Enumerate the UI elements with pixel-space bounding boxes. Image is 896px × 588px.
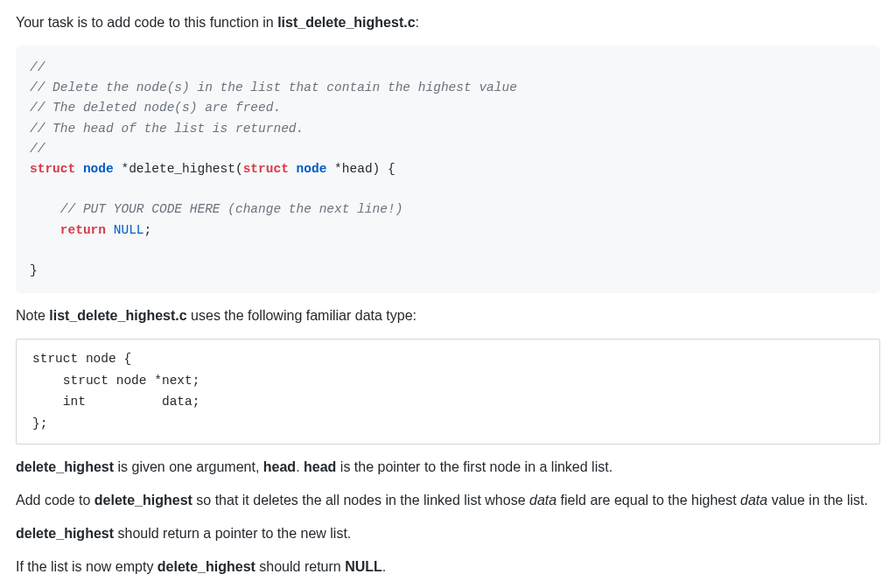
- note-suffix: uses the following familiar data type:: [187, 308, 416, 323]
- term-data: data: [529, 493, 556, 508]
- code-close-brace: }: [30, 263, 38, 277]
- code-comment: // The head of the list is returned.: [30, 122, 304, 136]
- code-constant-null: NULL: [114, 223, 144, 237]
- paragraph-arg: delete_highest is given one argument, he…: [16, 457, 880, 478]
- text: should return: [256, 559, 345, 574]
- text: Add code to: [16, 493, 94, 508]
- term-delete-highest: delete_highest: [158, 559, 256, 574]
- text: should return a pointer to the new list.: [114, 526, 351, 541]
- code-space: [106, 223, 114, 237]
- code-comment: //: [30, 142, 45, 156]
- note-paragraph: Note list_delete_highest.c uses the foll…: [16, 305, 880, 326]
- term-delete-highest: delete_highest: [16, 526, 114, 541]
- term-data: data: [740, 493, 767, 508]
- code-semicolon: ;: [144, 223, 152, 237]
- intro-suffix: :: [416, 15, 419, 30]
- text: field are equal to the highest: [556, 493, 740, 508]
- code-keyword-struct: struct: [243, 162, 289, 176]
- code-text: *delete_highest(: [114, 162, 243, 176]
- paragraph-return: delete_highest should return a pointer t…: [16, 523, 880, 544]
- code-comment: //: [30, 60, 45, 74]
- code-block-function: // // Delete the node(s) in the list tha…: [16, 46, 880, 293]
- text: is given one argument,: [114, 459, 263, 474]
- note-filename: list_delete_highest.c: [49, 308, 186, 323]
- code-keyword-struct: struct: [30, 162, 75, 176]
- text: .: [382, 559, 386, 574]
- code-comment: // PUT YOUR CODE HERE (change the next l…: [30, 202, 402, 216]
- text: is the pointer to the first node in a li…: [336, 459, 612, 474]
- document-root: Your task is to add code to this functio…: [0, 0, 896, 588]
- code-type-node: node: [83, 162, 114, 176]
- term-delete-highest: delete_highest: [16, 459, 114, 474]
- code-block-struct: struct node { struct node *next; int dat…: [16, 339, 880, 444]
- term-head: head: [304, 459, 336, 474]
- term-head: head: [263, 459, 296, 474]
- term-null: NULL: [345, 559, 382, 574]
- intro-paragraph: Your task is to add code to this functio…: [16, 12, 880, 33]
- paragraph-empty: If the list is now empty delete_highest …: [16, 556, 880, 578]
- text: value in the list.: [767, 493, 868, 508]
- intro-filename: list_delete_highest.c: [277, 15, 415, 30]
- code-indent: [30, 223, 60, 237]
- text: .: [296, 459, 304, 474]
- code-keyword-return: return: [60, 223, 106, 237]
- code-type-node: node: [297, 162, 327, 176]
- text: If the list is now empty: [16, 559, 158, 574]
- paragraph-addcode: Add code to delete_highest so that it de…: [16, 490, 880, 511]
- text: so that it deletes the all nodes in the …: [192, 493, 529, 508]
- intro-prefix: Your task is to add code to this functio…: [16, 15, 277, 30]
- code-comment: // Delete the node(s) in the list that c…: [30, 80, 517, 94]
- note-prefix: Note: [16, 308, 49, 323]
- term-delete-highest: delete_highest: [94, 493, 192, 508]
- code-text: *head) {: [326, 162, 395, 176]
- code-comment: // The deleted node(s) are freed.: [30, 101, 281, 115]
